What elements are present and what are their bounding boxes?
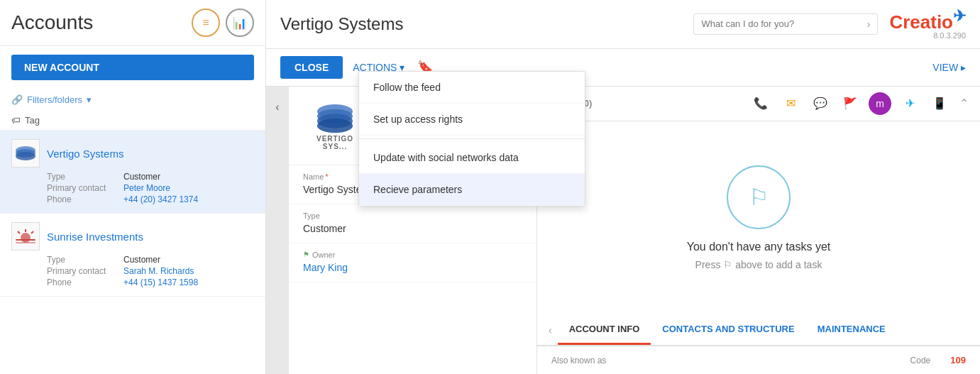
svg-point-12 bbox=[317, 119, 353, 133]
telegram-comm-icon[interactable]: ✈ bbox=[898, 92, 921, 115]
form-field-type: Type Customer bbox=[289, 204, 536, 243]
sidebar-icon-group: ≡ 📊 bbox=[192, 9, 254, 37]
phone-value-vertigo: +44 (20) 3427 1374 bbox=[123, 194, 254, 204]
form-field-owner: ⚑ Owner Mary King bbox=[289, 243, 536, 282]
svg-rect-8 bbox=[16, 242, 35, 243]
type-field-value[interactable]: Customer bbox=[303, 221, 522, 236]
tag-icon: 🏷 bbox=[11, 115, 21, 126]
task-flag-inline-icon: ⚐ bbox=[723, 259, 735, 270]
comm-icons-group: 📞 ✉ 💬 🚩 m ✈ 📱 bbox=[749, 92, 951, 115]
tab-account-info[interactable]: ACCOUNT INFO bbox=[558, 315, 651, 345]
messenger-comm-icon[interactable]: m bbox=[869, 92, 891, 115]
whatsapp-comm-icon[interactable]: 📱 bbox=[928, 92, 951, 115]
flag-comm-icon[interactable]: 🚩 bbox=[839, 92, 861, 115]
svg-line-5 bbox=[18, 231, 20, 233]
account-logo-sunrise bbox=[11, 222, 40, 251]
phone-label-sunrise: Phone bbox=[47, 277, 118, 287]
account-item-sunrise[interactable]: Sunrise Investments Type Customer Primar… bbox=[0, 214, 265, 297]
dropdown-item-parameters[interactable]: Recieve parameters bbox=[359, 174, 585, 206]
right-panel: STEPS (0) 📞 ✉ 💬 🚩 m ✈ 📱 ⌃ ⚐ bbox=[537, 87, 980, 374]
phone-value-sunrise: +44 (15) 1437 1598 bbox=[123, 277, 254, 287]
tabs-chevron-left-icon[interactable]: ‹ bbox=[543, 319, 558, 341]
new-account-button[interactable]: NEW ACCOUNT bbox=[11, 55, 254, 80]
svg-point-2 bbox=[16, 152, 35, 160]
dropdown-item-access[interactable]: Set up access rights bbox=[359, 104, 585, 136]
owner-field-label: ⚑ Owner bbox=[303, 251, 522, 259]
type-value-vertigo: Customer bbox=[123, 172, 254, 182]
primary-contact-label-sunrise: Primary contact bbox=[47, 266, 118, 276]
account-details-sunrise: Type Customer Primary contact Sarah M. R… bbox=[47, 255, 254, 287]
phone-label-vertigo: Phone bbox=[47, 194, 118, 204]
owner-flag-icon: ⚑ bbox=[303, 251, 309, 258]
chart-view-button[interactable]: 📊 bbox=[226, 9, 254, 37]
email-comm-icon[interactable]: ✉ bbox=[779, 92, 802, 115]
filters-folders-button[interactable]: 🔗 Filters/folders ▾ bbox=[0, 89, 265, 111]
search-arrow-icon: › bbox=[867, 18, 871, 30]
dropdown-item-follow[interactable]: Follow the feed bbox=[359, 72, 585, 104]
filter-icon: 🔗 bbox=[11, 94, 23, 105]
search-box[interactable]: › bbox=[693, 13, 878, 35]
search-input[interactable] bbox=[701, 18, 866, 29]
tag-filter[interactable]: 🏷 Tag bbox=[0, 111, 265, 131]
phone-comm-icon[interactable]: 📞 bbox=[749, 92, 772, 115]
company-logo-svg-big bbox=[307, 101, 363, 133]
bottom-info: Also known as Code 109 bbox=[537, 346, 980, 374]
dropdown-item-social[interactable]: Update with social networks data bbox=[359, 142, 585, 174]
brand-wrap: Creatio✈ 8.0.3.290 bbox=[889, 9, 966, 40]
account-name-vertigo: Vertigo Systems bbox=[47, 148, 123, 160]
primary-contact-value-sunrise: Sarah M. Richards bbox=[123, 266, 254, 276]
primary-contact-label-vertigo: Primary contact bbox=[47, 183, 118, 193]
tabs-bar: ‹ ACCOUNT INFO CONTACTS AND STRUCTURE MA… bbox=[537, 315, 980, 346]
view-button[interactable]: VIEW ▸ bbox=[932, 62, 966, 73]
task-icon-wrap: ⚐ bbox=[727, 165, 791, 229]
page-title: Vertigo Systems bbox=[280, 14, 693, 34]
task-add-hint: Press ⚐ above to add a task bbox=[695, 259, 822, 270]
chevron-up-icon[interactable]: ⌃ bbox=[959, 97, 969, 110]
close-button[interactable]: CLOSE bbox=[280, 56, 343, 79]
tab-maintenance[interactable]: MAINTENANCE bbox=[806, 315, 897, 345]
top-right-group: › Creatio✈ 8.0.3.290 bbox=[693, 9, 966, 40]
company-logo-big: VERTIGO SYS... bbox=[303, 101, 367, 150]
list-view-button[interactable]: ≡ bbox=[192, 9, 220, 37]
account-item-header-sunrise: Sunrise Investments bbox=[11, 222, 254, 251]
svg-rect-7 bbox=[16, 239, 35, 241]
code-value: 109 bbox=[950, 355, 966, 365]
back-arrow-panel[interactable]: ‹ bbox=[266, 87, 289, 374]
primary-contact-value-vertigo: Peter Moore bbox=[123, 183, 254, 193]
also-known-as-label: Also known as bbox=[551, 356, 606, 365]
type-value-sunrise: Customer bbox=[123, 255, 254, 265]
task-no-tasks-text: You don't have any tasks yet bbox=[687, 241, 831, 253]
back-arrow-icon: ‹ bbox=[275, 101, 279, 114]
brand-logo: Creatio✈ bbox=[889, 9, 966, 31]
sunrise-logo-svg bbox=[13, 226, 38, 246]
svg-point-3 bbox=[21, 233, 31, 243]
account-item-vertigo[interactable]: Vertigo Systems Type Customer Primary co… bbox=[0, 131, 265, 214]
account-item-header: Vertigo Systems bbox=[11, 139, 254, 167]
sidebar-header: Accounts ≡ 📊 bbox=[0, 0, 265, 46]
top-bar: Vertigo Systems › Creatio✈ 8.0.3.290 bbox=[266, 0, 980, 49]
company-logo-text: VERTIGO SYS... bbox=[303, 135, 367, 150]
code-label: Code bbox=[910, 356, 931, 365]
type-field-label: Type bbox=[303, 211, 522, 220]
dropdown-divider bbox=[359, 138, 585, 139]
vertigo-logo-svg bbox=[13, 143, 38, 163]
sidebar: Accounts ≡ 📊 NEW ACCOUNT 🔗 Filters/folde… bbox=[0, 0, 266, 374]
account-details-vertigo: Type Customer Primary contact Peter Moor… bbox=[47, 172, 254, 204]
type-label-sunrise: Type bbox=[47, 255, 118, 265]
tab-contacts-structure[interactable]: CONTACTS AND STRUCTURE bbox=[651, 315, 805, 345]
svg-line-6 bbox=[31, 231, 33, 233]
chevron-down-icon: ▾ bbox=[87, 94, 92, 105]
required-indicator: * bbox=[325, 172, 328, 181]
account-name-sunrise: Sunrise Investments bbox=[47, 231, 143, 243]
account-logo-vertigo bbox=[11, 139, 40, 167]
main-content: Vertigo Systems › Creatio✈ 8.0.3.290 CLO… bbox=[266, 0, 980, 374]
task-flag-icon: ⚐ bbox=[749, 184, 769, 211]
sidebar-title: Accounts bbox=[11, 11, 93, 34]
chat-comm-icon[interactable]: 💬 bbox=[809, 92, 832, 115]
owner-field-value[interactable]: Mary King bbox=[303, 260, 522, 275]
type-label-vertigo: Type bbox=[47, 172, 118, 182]
task-area: ⚐ You don't have any tasks yet Press ⚐ a… bbox=[537, 121, 980, 315]
comm-bar: STEPS (0) 📞 ✉ 💬 🚩 m ✈ 📱 ⌃ bbox=[537, 87, 980, 121]
actions-dropdown-menu: Follow the feed Set up access rights Upd… bbox=[358, 71, 585, 207]
account-list: Vertigo Systems Type Customer Primary co… bbox=[0, 131, 265, 374]
